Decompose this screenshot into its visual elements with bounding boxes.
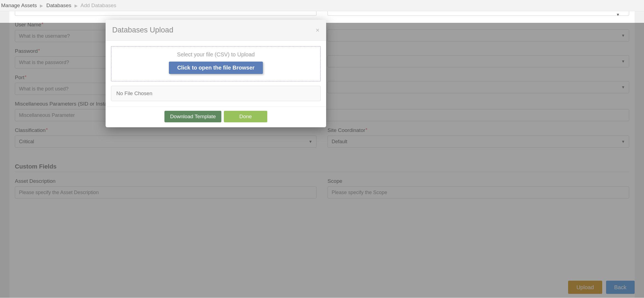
file-dropzone[interactable]: Select your file (CSV) to Upload Click t… xyxy=(111,46,321,81)
breadcrumb: Manage Assets ▶ Databases ▶ Add Database… xyxy=(0,0,644,11)
chosen-file-display: No File Chosen xyxy=(111,86,321,101)
modal-title: Databases Upload xyxy=(112,26,173,34)
open-file-browser-button[interactable]: Click to open the file Browser xyxy=(169,62,263,74)
chevron-down-icon: ▼ xyxy=(616,12,620,17)
partial-field-top-right[interactable]: ▼ xyxy=(327,11,629,16)
chevron-right-icon: ▶ xyxy=(40,3,43,8)
chevron-right-icon: ▶ xyxy=(75,3,78,8)
done-button[interactable]: Done xyxy=(224,111,267,122)
breadcrumb-level3: Add Databases xyxy=(81,2,116,8)
breadcrumb-level1[interactable]: Manage Assets xyxy=(1,2,37,8)
download-template-button[interactable]: Download Template xyxy=(164,111,221,122)
partial-field-top-left[interactable] xyxy=(15,11,317,16)
dropzone-instruction: Select your file (CSV) to Upload xyxy=(117,51,315,58)
breadcrumb-level2[interactable]: Databases xyxy=(46,2,71,8)
databases-upload-modal: Databases Upload × Select your file (CSV… xyxy=(106,20,326,127)
close-icon[interactable]: × xyxy=(316,27,320,34)
